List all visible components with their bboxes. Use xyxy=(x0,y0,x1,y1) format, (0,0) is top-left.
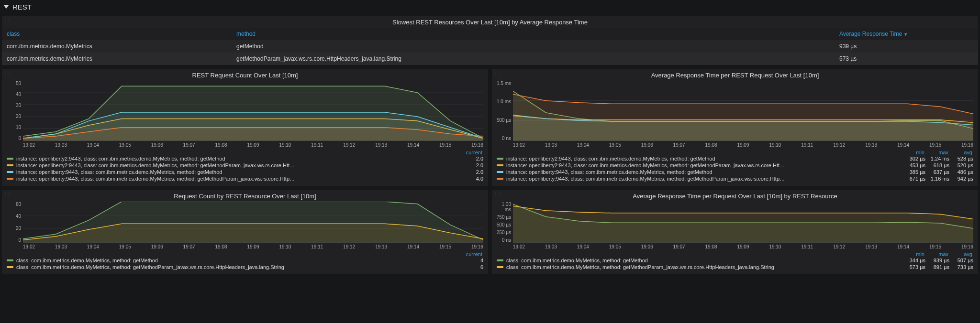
y-tick: 500 µs xyxy=(495,118,511,123)
y-tick: 0 xyxy=(5,136,21,141)
legend-item[interactable]: class: com.ibm.metrics.demo.MyMetrics, m… xyxy=(497,264,973,270)
col-min[interactable]: min xyxy=(901,251,924,257)
y-tick: 20 xyxy=(5,226,21,231)
legend-swatch xyxy=(7,266,13,268)
x-tick: 19:10 xyxy=(279,142,291,148)
drag-handle-icon[interactable]: ⋮⋮ xyxy=(3,192,11,196)
x-tick: 19:15 xyxy=(929,244,941,249)
legend-label: instance: openliberty:9443, class: com.i… xyxy=(506,169,902,175)
col-avg[interactable]: avg xyxy=(948,251,972,257)
x-tick: 19:14 xyxy=(407,142,419,148)
x-tick: 19:07 xyxy=(673,244,685,249)
legend-swatch xyxy=(497,266,503,268)
legend-item[interactable]: instance: openliberty:9443, class: com.i… xyxy=(7,169,483,175)
legend-swatch xyxy=(7,164,13,166)
x-tick: 19:12 xyxy=(343,244,355,249)
legend-label: instance: openliberty2:9443, class: com.… xyxy=(506,156,902,162)
y-tick: 250 µs xyxy=(495,230,511,235)
drag-handle-icon[interactable]: ⋮⋮ xyxy=(493,71,501,75)
x-tick: 19:08 xyxy=(215,142,227,148)
legend-avg: 942 µs xyxy=(949,176,973,182)
col-method[interactable]: method xyxy=(232,28,835,40)
legend: min max avg class: com.ibm.metrics.demo.… xyxy=(492,249,978,274)
legend-swatch xyxy=(497,259,503,261)
x-tick: 19:06 xyxy=(641,142,653,148)
legend-item[interactable]: class: com.ibm.metrics.demo.MyMetrics, m… xyxy=(7,257,483,264)
legend-label: instance: openliberty2:9443, class: com.… xyxy=(16,162,459,168)
legend-min: 344 µs xyxy=(902,258,925,263)
x-tick: 19:12 xyxy=(833,142,845,148)
legend-current: 4.0 xyxy=(459,176,483,182)
legend-item[interactable]: instance: openliberty2:9443, class: com.… xyxy=(7,155,483,162)
col-max[interactable]: max xyxy=(924,150,948,155)
legend-item[interactable]: class: com.ibm.metrics.demo.MyMetrics, m… xyxy=(7,264,483,270)
x-tick: 19:15 xyxy=(439,244,451,249)
x-tick: 19:08 xyxy=(215,244,227,249)
legend-current: 6 xyxy=(459,264,483,270)
legend-item[interactable]: class: com.ibm.metrics.demo.MyMetrics, m… xyxy=(497,257,973,264)
x-tick: 19:16 xyxy=(961,244,973,249)
col-current[interactable]: current xyxy=(458,251,482,257)
x-tick: 19:04 xyxy=(577,244,589,249)
drag-handle-icon[interactable]: ⋮⋮ xyxy=(3,18,11,22)
legend-item[interactable]: instance: openliberty:9443, class: com.i… xyxy=(497,169,973,175)
x-tick: 19:05 xyxy=(119,142,131,148)
x-tick: 19:10 xyxy=(769,244,781,249)
table-row[interactable]: com.ibm.metrics.demo.MyMetrics getMethod… xyxy=(2,40,978,53)
drag-handle-icon[interactable]: ⋮⋮ xyxy=(493,192,501,196)
y-tick: 30 xyxy=(5,103,21,108)
legend-avg: 507 µs xyxy=(949,258,973,263)
legend-item[interactable]: instance: openliberty2:9443, class: com.… xyxy=(497,162,973,169)
panel-title: Average Response Time per Request Over L… xyxy=(492,190,978,202)
x-tick: 19:02 xyxy=(513,244,525,249)
x-tick: 19:05 xyxy=(609,244,621,249)
legend-label: instance: openliberty:9443, class: com.i… xyxy=(16,176,459,182)
avg-response-per-request-panel: ⋮⋮ Average Response Time per REST Reques… xyxy=(492,69,978,186)
chart-area[interactable]: 1.00 ms750 µs500 µs250 µs0 ns 19:0219:03… xyxy=(492,202,978,249)
legend-label: class: com.ibm.metrics.demo.MyMetrics, m… xyxy=(16,258,459,263)
legend-min: 453 µs xyxy=(902,162,925,168)
x-tick: 19:08 xyxy=(705,142,717,148)
legend-label: instance: openliberty:9443, class: com.i… xyxy=(16,169,459,175)
chart-area[interactable]: 50403020100 19:0219:0319:0419:0519:0619:… xyxy=(2,81,488,148)
y-tick: 60 xyxy=(5,202,21,207)
legend-item[interactable]: instance: openliberty2:9443, class: com.… xyxy=(497,155,973,162)
x-tick: 19:11 xyxy=(311,244,323,249)
col-max[interactable]: max xyxy=(924,251,948,257)
x-tick: 19:04 xyxy=(87,244,99,249)
col-avg-response-time[interactable]: Average Response Time▼ xyxy=(835,28,978,40)
legend-item[interactable]: instance: openliberty2:9443, class: com.… xyxy=(7,162,483,169)
col-current[interactable]: current xyxy=(458,150,482,155)
x-tick: 19:03 xyxy=(545,244,557,249)
y-tick: 0 ns xyxy=(495,136,511,141)
legend-swatch xyxy=(7,259,13,261)
x-tick: 19:15 xyxy=(439,142,451,148)
cell-avg: 939 µs xyxy=(835,40,978,53)
section-header[interactable]: REST xyxy=(0,0,980,14)
x-tick: 19:05 xyxy=(119,244,131,249)
chart-area[interactable]: 6040200 19:0219:0319:0419:0519:0619:0719… xyxy=(2,202,488,249)
legend-current: 2.0 xyxy=(459,156,483,162)
request-count-by-resource-panel: ⋮⋮ Request Count by REST Resource Over L… xyxy=(2,190,488,274)
legend-item[interactable]: instance: openliberty:9443, class: com.i… xyxy=(7,175,483,182)
x-tick: 19:02 xyxy=(23,244,35,249)
sort-desc-icon: ▼ xyxy=(903,32,908,37)
table-row[interactable]: com.ibm.metrics.demo.MyMetrics getMethod… xyxy=(2,53,978,65)
legend-current: 2.0 xyxy=(459,169,483,175)
x-tick: 19:05 xyxy=(609,142,621,148)
legend-min: 671 µs xyxy=(902,176,925,182)
chart-area[interactable]: 1.5 ms1.0 ms500 µs0 ns 19:0219:0319:0419… xyxy=(492,81,978,148)
cell-avg: 573 µs xyxy=(835,53,978,65)
legend-item[interactable]: instance: openliberty:9443, class: com.i… xyxy=(497,175,973,182)
legend-max: 891 µs xyxy=(925,264,949,270)
col-class[interactable]: class xyxy=(2,28,232,40)
x-tick: 19:07 xyxy=(183,142,195,148)
x-tick: 19:11 xyxy=(801,142,813,148)
drag-handle-icon[interactable]: ⋮⋮ xyxy=(3,71,11,75)
x-tick: 19:09 xyxy=(737,244,749,249)
y-tick: 50 xyxy=(5,81,21,86)
legend-current: 2.0 xyxy=(459,162,483,168)
col-min[interactable]: min xyxy=(901,150,924,155)
legend-swatch xyxy=(497,171,503,173)
col-avg[interactable]: avg xyxy=(948,150,972,155)
